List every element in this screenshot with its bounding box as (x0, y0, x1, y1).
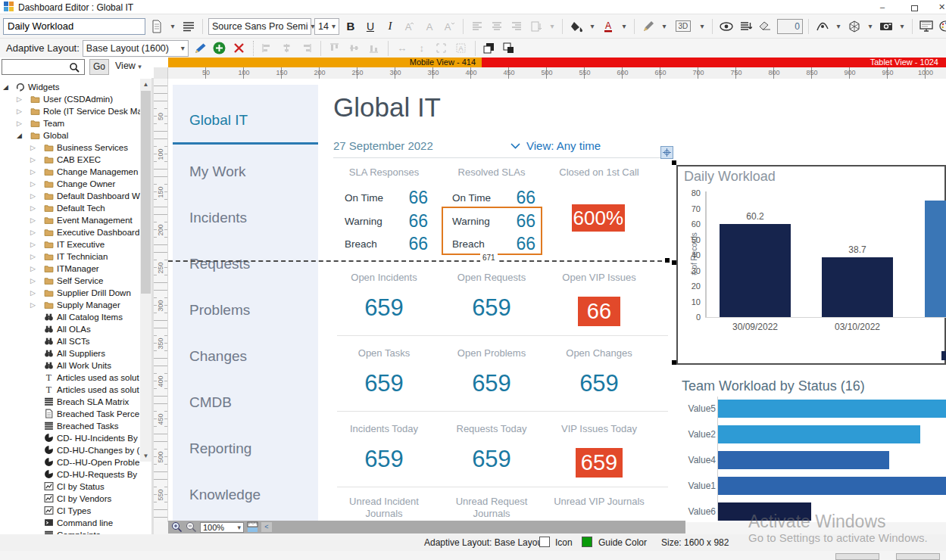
cancel-button-partial[interactable] (896, 553, 940, 560)
tree-item-self-service[interactable]: ▷Self Service (0, 275, 151, 287)
send-backward-icon[interactable] (501, 40, 517, 57)
bold-button[interactable]: B (342, 18, 359, 35)
tree-item-ci-types[interactable]: CI Types (0, 505, 151, 517)
tree-item-global[interactable]: ◢Global (0, 129, 151, 142)
tree-item-executive-dashboard[interactable]: ▷Executive Dashboard (0, 226, 151, 238)
tree-item-cd-hu-open-proble[interactable]: CD--HU-Open Proble (0, 456, 151, 468)
search-go-button[interactable]: Go (89, 59, 109, 75)
tree-expand-icon[interactable]: ▷ (30, 238, 39, 250)
tree-expand-icon[interactable]: ▷ (30, 250, 39, 263)
bring-forward-icon[interactable] (481, 40, 498, 57)
delete-layout-icon[interactable] (231, 40, 248, 57)
zoom-out-icon[interactable] (186, 521, 197, 533)
tree-item-all-suppliers[interactable]: All Suppliers (0, 347, 151, 359)
nav-item-incidents[interactable]: Incidents (189, 210, 247, 226)
nav-item-reporting[interactable]: Reporting (189, 440, 251, 457)
curve-tool-icon[interactable] (814, 18, 831, 35)
tree-item-ci-by-vendors[interactable]: CI by Vendors (0, 493, 151, 505)
threed-dropdown-icon[interactable]: ▾ (698, 18, 707, 35)
nav-item-requests[interactable]: Requests (189, 256, 250, 272)
object-3d-icon[interactable] (846, 18, 863, 35)
tree-item-command-line[interactable]: Command line (0, 517, 151, 529)
scroll-down-icon[interactable]: ▼ (140, 450, 151, 462)
fill-color-dropdown-icon[interactable]: ▾ (588, 18, 597, 35)
tree-item-cd-hu-requests-by[interactable]: CD-HU-Requests By (0, 468, 151, 481)
daily-bar-03-10-2022[interactable] (822, 257, 893, 317)
visibility-icon[interactable] (718, 18, 735, 35)
view-dropdown[interactable]: View ▾ (115, 61, 142, 71)
send-to-back-rows-icon[interactable] (738, 18, 754, 35)
snapshot-dropdown-icon[interactable]: ▾ (898, 18, 907, 35)
daily-bar-30-09-2022[interactable] (720, 224, 791, 317)
tree-item-supplier-drill-down[interactable]: ▷Supplier Drill Down (0, 287, 151, 299)
tree-item-default-tech[interactable]: ▷Default Tech (0, 202, 151, 214)
restore-button[interactable] (903, 3, 926, 14)
zoom-in-icon[interactable] (171, 521, 183, 533)
curve-dropdown-icon[interactable]: ▾ (834, 18, 843, 35)
nav-item-knowledge[interactable]: Knowledge (189, 487, 261, 503)
tree-collapse-icon[interactable]: ◢ (3, 81, 12, 93)
tree-item-breach-sla-matrix[interactable]: Breach SLA Matrix (0, 396, 151, 408)
underline-button[interactable]: U (362, 18, 379, 35)
tree-item-default-dashboard-w[interactable]: ▷Default Dashboard W (0, 190, 151, 202)
new-page-dropdown-icon[interactable]: ▾ (168, 18, 177, 35)
object-3d-dropdown-icon[interactable]: ▾ (866, 18, 875, 35)
team-bar-value1[interactable] (718, 477, 946, 495)
char-count-input[interactable] (777, 19, 803, 34)
eraser-icon[interactable] (757, 18, 774, 35)
italic-button[interactable]: I (382, 18, 398, 35)
tree-expand-icon[interactable]: ▷ (30, 154, 39, 166)
tree-expand-icon[interactable]: ▷ (30, 287, 39, 299)
tree-expand-icon[interactable]: ▷ (30, 202, 39, 214)
tree-collapse-icon[interactable]: ◢ (17, 129, 26, 142)
border-pen-dropdown-icon[interactable]: ▾ (660, 18, 669, 35)
tree-item-breached-tasks[interactable]: Breached Tasks (0, 420, 151, 432)
tree-item-breached-task-perce[interactable]: Breached Task Perce (0, 408, 151, 420)
tree-item-it-technician[interactable]: ▷IT Technician (0, 250, 151, 263)
tree-vscroll-thumb[interactable] (141, 91, 151, 294)
widget-search-input[interactable] (2, 59, 85, 75)
font-color-dropdown-icon[interactable]: ▾ (620, 18, 629, 35)
scroll-up-icon[interactable]: ▲ (140, 79, 151, 90)
border-pen-icon[interactable] (640, 18, 657, 35)
tree-item-cd-hu-incidents-by[interactable]: CD- HU-Incidents By (0, 432, 151, 444)
adaptive-layout-select[interactable]: Base Layout (1600)▾ (83, 40, 189, 57)
panel-splitter[interactable] (151, 78, 154, 537)
nav-item-global-it[interactable]: Global IT (189, 112, 248, 129)
tree-item-articles-used-as-solut[interactable]: TArticles used as solut (0, 372, 151, 384)
add-layout-icon[interactable] (211, 40, 228, 57)
dashboard-canvas[interactable]: Global ITMy WorkIncidentsRequestsProblem… (168, 79, 946, 522)
minimize-button[interactable]: – (871, 2, 894, 13)
tree-expand-icon[interactable]: ▷ (17, 117, 26, 129)
tree-item-widgets[interactable]: ◢Widgets (0, 81, 151, 93)
guide-color-swatch[interactable] (582, 537, 592, 547)
close-button[interactable]: ✕ (938, 2, 946, 13)
ok-button-partial[interactable] (835, 553, 879, 560)
tree-expand-icon[interactable]: ▷ (30, 226, 39, 238)
threed-style-icon[interactable]: 3D (672, 18, 695, 35)
tree-item-cab-exec[interactable]: ▷CAB EXEC (0, 154, 151, 166)
fill-color-icon[interactable] (568, 18, 585, 35)
page-list-icon[interactable] (180, 18, 197, 35)
snapshot-icon[interactable] (878, 18, 894, 35)
daily-workload-chart-widget[interactable]: Daily Workload# of Records80706050403020… (676, 165, 946, 365)
move-widget-handle[interactable] (660, 146, 673, 159)
font-color-icon[interactable]: A (600, 18, 617, 35)
tree-expand-icon[interactable]: ▷ (30, 299, 39, 311)
nav-item-cmdb[interactable]: CMDB (189, 394, 232, 411)
tree-item-all-scts[interactable]: All SCTs (0, 335, 151, 347)
tree-vertical-scrollbar[interactable]: ▲ ▼ (140, 79, 151, 462)
daily-bar-28[interactable] (925, 201, 946, 317)
tree-expand-icon[interactable]: ▷ (30, 190, 39, 202)
tree-item-event-management[interactable]: ▷Event Management (0, 214, 151, 226)
tree-item-it-executive[interactable]: ▷IT Executive (0, 238, 151, 250)
team-bar-value2[interactable] (718, 425, 920, 443)
edit-layout-icon[interactable] (192, 40, 208, 57)
tree-item-user-csdadmin[interactable]: ▷User (CSDAdmin) (0, 93, 151, 105)
theme-palette-icon[interactable] (938, 18, 946, 35)
team-bar-value5[interactable] (718, 400, 946, 418)
view-filter[interactable]: View: Any time (510, 139, 601, 152)
tree-expand-icon[interactable]: ▷ (17, 93, 26, 105)
tree-item-change-managemen[interactable]: ▷Change Managemen (0, 166, 151, 178)
tree-item-cd-hu-changes-by[interactable]: CD-HU-Changes by ( (0, 444, 151, 456)
